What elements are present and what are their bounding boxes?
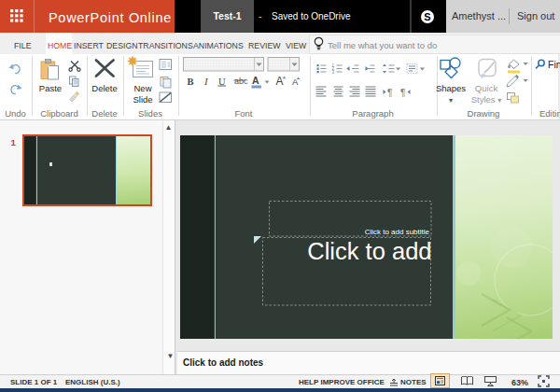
svg-text:U: U — [218, 77, 226, 87]
svg-text:A: A — [292, 77, 299, 87]
svg-text:¶: ¶ — [400, 88, 405, 98]
svg-text:¶: ¶ — [387, 88, 392, 98]
svg-text:I: I — [203, 76, 209, 87]
svg-text:B: B — [188, 77, 194, 87]
svg-text:A: A — [276, 75, 284, 88]
svg-text:A: A — [252, 75, 259, 86]
svg-text:Find: Find — [548, 59, 560, 70]
svg-text:3: 3 — [332, 70, 335, 75]
svg-text:abc: abc — [234, 77, 248, 86]
